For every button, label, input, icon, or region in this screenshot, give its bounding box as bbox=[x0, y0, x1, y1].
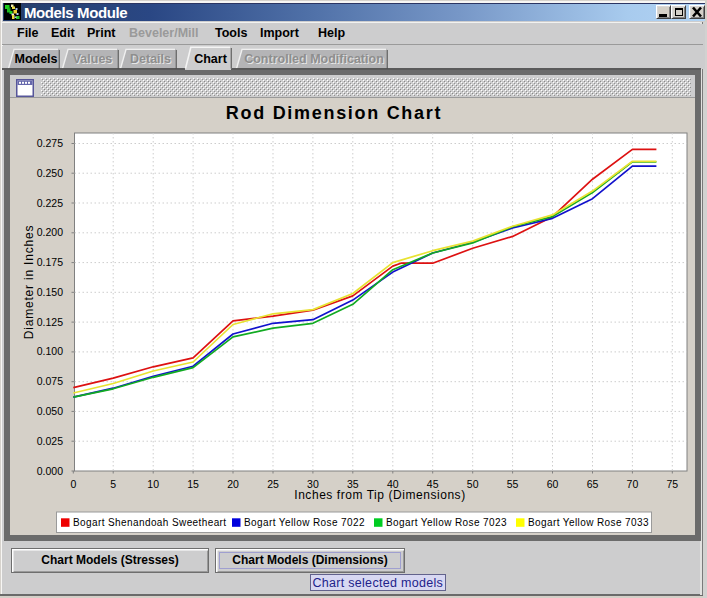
svg-text:60: 60 bbox=[547, 478, 559, 490]
svg-text:Details: Details bbox=[130, 52, 171, 66]
svg-text:25: 25 bbox=[267, 478, 279, 490]
svg-text:0.100: 0.100 bbox=[37, 345, 63, 357]
svg-text:0.000: 0.000 bbox=[37, 465, 63, 477]
svg-text:55: 55 bbox=[507, 478, 519, 490]
svg-text:0.175: 0.175 bbox=[37, 256, 63, 268]
svg-text:0.200: 0.200 bbox=[37, 226, 63, 238]
svg-text:0.025: 0.025 bbox=[37, 435, 63, 447]
svg-text:0.075: 0.075 bbox=[37, 375, 63, 387]
svg-text:Values: Values bbox=[73, 52, 113, 66]
svg-text:15: 15 bbox=[187, 478, 199, 490]
svg-text:Models: Models bbox=[14, 52, 57, 66]
svg-text:20: 20 bbox=[227, 478, 239, 490]
svg-text:75: 75 bbox=[666, 478, 678, 490]
svg-text:Bogart Yellow Rose 7033: Bogart Yellow Rose 7033 bbox=[528, 517, 649, 528]
svg-text:Controlled Modification: Controlled Modification bbox=[244, 52, 384, 66]
svg-text:Diameter in Inches: Diameter in Inches bbox=[22, 225, 36, 339]
svg-text:0: 0 bbox=[70, 478, 76, 490]
svg-text:70: 70 bbox=[627, 478, 639, 490]
svg-text:Bogart Yellow Rose 7022: Bogart Yellow Rose 7022 bbox=[244, 517, 365, 528]
svg-text:Bogart Shenandoah Sweetheart: Bogart Shenandoah Sweetheart bbox=[73, 517, 227, 528]
svg-text:0.125: 0.125 bbox=[37, 316, 63, 328]
svg-text:Bogart Yellow Rose 7023: Bogart Yellow Rose 7023 bbox=[386, 517, 507, 528]
svg-text:10: 10 bbox=[147, 478, 159, 490]
svg-text:65: 65 bbox=[587, 478, 599, 490]
svg-text:Chart: Chart bbox=[194, 52, 227, 66]
svg-text:5: 5 bbox=[110, 478, 116, 490]
svg-text:Inches from Tip (Dimensions): Inches from Tip (Dimensions) bbox=[294, 488, 465, 502]
svg-text:0.250: 0.250 bbox=[37, 167, 63, 179]
svg-text:0.275: 0.275 bbox=[37, 137, 63, 149]
svg-text:0.225: 0.225 bbox=[37, 197, 63, 209]
svg-text:50: 50 bbox=[467, 478, 479, 490]
svg-text:Rod Dimension Chart: Rod Dimension Chart bbox=[226, 103, 442, 123]
svg-text:0.050: 0.050 bbox=[37, 405, 63, 417]
svg-text:0.150: 0.150 bbox=[37, 286, 63, 298]
